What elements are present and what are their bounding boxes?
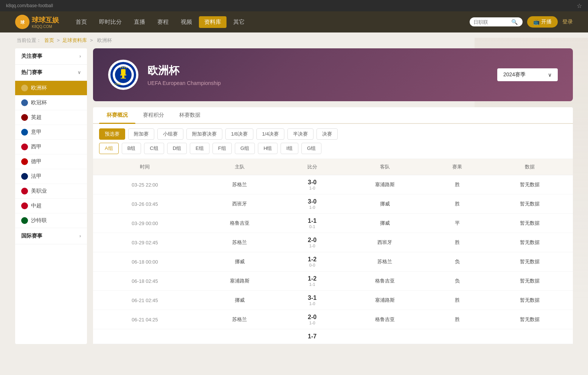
- sidebar-item-沙特联[interactable]: 沙特联: [15, 213, 87, 228]
- top-bar: k8qq.com/base-football ☆: [0, 0, 588, 11]
- col-home: 苏格兰: [197, 310, 282, 329]
- sidebar-item-label: 沙特联: [31, 217, 47, 224]
- svg-text:★★★★: ★★★★: [119, 66, 127, 69]
- table-row: 06-18 00:00 挪威 1-2 0-0 苏格兰 负 暂无数据: [93, 252, 573, 272]
- group-filter-E组[interactable]: E组: [190, 143, 209, 154]
- nav-link-资料库[interactable]: 资料库: [199, 16, 227, 28]
- group-filter-H组[interactable]: H组: [258, 143, 278, 154]
- breadcrumb-home[interactable]: 首页: [44, 37, 54, 43]
- round-filter-1/8决赛[interactable]: 1/8决赛: [225, 128, 253, 140]
- col-score: 2-0 1-0: [282, 310, 342, 329]
- url-display: k8qq.com/base-football: [6, 3, 53, 8]
- league-icon: [21, 202, 28, 209]
- round-filter-半决赛[interactable]: 半决赛: [287, 128, 313, 140]
- col-header-主队: 主队: [197, 159, 282, 175]
- col-data: 暂无数据: [487, 272, 573, 291]
- sidebar-item-意甲[interactable]: 意甲: [15, 125, 87, 140]
- filter-section: 预选赛附加赛小组赛附加赛决赛1/8决赛1/4决赛半决赛决赛 A组B组C组D组E组…: [93, 124, 573, 159]
- group-filter-D组[interactable]: D组: [167, 143, 187, 154]
- nav-link-直播[interactable]: 直播: [129, 16, 150, 28]
- col-home: 挪威: [197, 291, 282, 310]
- col-header-时间: 时间: [93, 159, 197, 175]
- col-data: 暂无数据: [487, 291, 573, 310]
- table-row: 03-26 03:45 西班牙 3-0 1-0 挪威 胜 暂无数据: [93, 194, 573, 214]
- sidebar-item-德甲[interactable]: 德甲: [15, 154, 87, 169]
- sidebar-item-欧洲杯[interactable]: 欧洲杯: [15, 81, 87, 96]
- col-home: 苏格兰: [197, 233, 282, 252]
- table-row: 06-18 02:45 塞浦路斯 1-2 1-1 格鲁吉亚 负 暂无数据: [93, 272, 573, 291]
- sidebar-item-美职业[interactable]: 美职业: [15, 184, 87, 199]
- group-filter-G组[interactable]: G组: [235, 143, 255, 154]
- col-result: 负: [428, 272, 487, 291]
- star-icon[interactable]: ☆: [577, 2, 582, 9]
- sidebar-item-label: 欧洲杯: [31, 85, 47, 91]
- expand-icon: ›: [79, 233, 81, 239]
- group-filter-G组[interactable]: G组: [301, 143, 321, 154]
- group-filter-I组[interactable]: I组: [281, 143, 298, 154]
- sidebar-section-国际赛事[interactable]: 国际赛事›: [15, 228, 87, 244]
- col-home: 挪威: [197, 252, 282, 272]
- nav-link-首页[interactable]: 首页: [70, 16, 92, 28]
- svg-rect-7: [122, 76, 124, 78]
- col-time: 06-21 04:25: [93, 310, 197, 329]
- col-data: 暂无数据: [487, 252, 573, 272]
- nav-link-赛程[interactable]: 赛程: [152, 16, 174, 28]
- nav-link-其它[interactable]: 其它: [228, 16, 250, 28]
- col-time: [93, 329, 197, 344]
- season-selector[interactable]: 2024赛季 ∨: [497, 68, 558, 81]
- sidebar-item-英超[interactable]: 英超: [15, 110, 87, 125]
- live-button[interactable]: 📺 开播: [527, 16, 558, 28]
- nav-right: 🔍 📺 开播 登录: [470, 16, 573, 28]
- round-filter-附加赛[interactable]: 附加赛: [128, 128, 154, 140]
- table-row: 03-25 22:00 苏格兰 3-0 1-0 塞浦路斯 胜 暂无数据: [93, 175, 573, 194]
- col-away: 挪威: [342, 194, 428, 214]
- logo-sub: K8QQ.COM: [32, 25, 59, 29]
- sidebar-item-西甲[interactable]: 西甲: [15, 140, 87, 154]
- col-header-客队: 客队: [342, 159, 428, 175]
- col-result: 平: [428, 214, 487, 233]
- round-filter-预选赛[interactable]: 预选赛: [99, 128, 125, 140]
- group-filter-A组[interactable]: A组: [99, 143, 119, 154]
- sidebar-item-中超[interactable]: 中超: [15, 199, 87, 213]
- sidebar-item-法甲[interactable]: 法甲: [15, 169, 87, 184]
- tab-杯赛数据[interactable]: 杯赛数据: [172, 107, 208, 123]
- svg-text:2020: 2020: [114, 82, 121, 86]
- group-filter-B组[interactable]: B组: [122, 143, 141, 154]
- col-result: 胜: [428, 291, 487, 310]
- hero-logo: ★★★★ 2020: [108, 60, 138, 90]
- round-filter-1/4决赛[interactable]: 1/4决赛: [256, 128, 284, 140]
- col-data: 暂无数据: [487, 233, 573, 252]
- round-filter-决赛[interactable]: 决赛: [316, 128, 338, 140]
- sidebar-section-关注赛事[interactable]: 关注赛事›: [15, 48, 87, 65]
- group-filter-F组[interactable]: F组: [213, 143, 232, 154]
- login-button[interactable]: 登录: [562, 19, 573, 25]
- sidebar-section-热门赛事[interactable]: 热门赛事∨: [15, 65, 87, 81]
- col-score: 3-0 1-0: [282, 175, 342, 194]
- round-filter-附加赛决赛[interactable]: 附加赛决赛: [186, 128, 222, 140]
- search-input[interactable]: [473, 19, 511, 25]
- tab-赛程积分[interactable]: 赛程积分: [135, 107, 172, 123]
- search-box[interactable]: 🔍: [470, 17, 523, 26]
- sidebar: 关注赛事›热门赛事∨欧洲杯欧冠杯英超意甲西甲德甲法甲美职业中超沙特联国际赛事›: [15, 48, 87, 344]
- sidebar-item-label: 美职业: [31, 188, 47, 194]
- nav-link-视频[interactable]: 视频: [175, 16, 197, 28]
- group-filter-C组[interactable]: C组: [144, 143, 164, 154]
- sidebar-item-欧冠杯[interactable]: 欧冠杯: [15, 96, 87, 110]
- col-time: 06-18 00:00: [93, 252, 197, 272]
- col-score: 3-1 1-0: [282, 291, 342, 310]
- tab-杯赛概况[interactable]: 杯赛概况: [99, 107, 135, 123]
- search-icon[interactable]: 🔍: [511, 19, 518, 25]
- sidebar-item-label: 欧冠杯: [31, 99, 47, 106]
- breadcrumb-category[interactable]: 足球资料库: [62, 37, 87, 43]
- nav-link-即时比分[interactable]: 即时比分: [94, 16, 127, 28]
- hero-banner: ★★★★ 2020 欧洲杯 UEFA European Championship…: [93, 48, 573, 101]
- round-filter-小组赛[interactable]: 小组赛: [157, 128, 183, 140]
- sidebar-item-label: 英超: [31, 114, 42, 121]
- col-score: 3-0 1-0: [282, 194, 342, 214]
- logo[interactable]: 球 球球互娱 K8QQ.COM: [15, 15, 59, 29]
- hero-title: 欧洲杯: [147, 63, 488, 78]
- svg-rect-8: [121, 78, 126, 79]
- svg-rect-6: [120, 74, 126, 76]
- col-result: 负: [428, 252, 487, 272]
- league-icon: [21, 158, 28, 165]
